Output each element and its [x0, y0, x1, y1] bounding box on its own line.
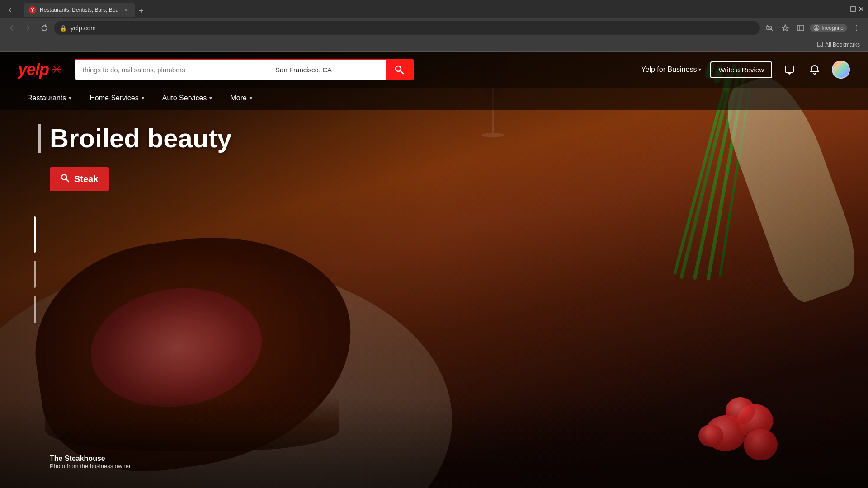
nav-item-more[interactable]: More ▾	[221, 88, 261, 110]
back-button[interactable]	[5, 22, 18, 34]
messages-icon-button[interactable]	[781, 61, 797, 78]
all-bookmarks-button[interactable]: All Bookmarks	[814, 41, 863, 49]
window-controls-right	[842, 6, 864, 12]
svg-line-14	[401, 71, 404, 74]
close-window-button[interactable]	[858, 6, 864, 12]
write-review-button[interactable]: Write a Review	[710, 61, 772, 78]
svg-rect-0	[843, 9, 847, 9]
svg-rect-6	[797, 25, 804, 31]
bookmark-star-icon[interactable]	[779, 22, 792, 34]
photo-source-label: Photo from the business owner	[50, 463, 131, 469]
notifications-icon-button[interactable]	[807, 61, 823, 78]
hero-title: Broiled beauty	[50, 124, 232, 153]
search-icon	[61, 174, 70, 185]
hero-title-wrap: Broiled beauty	[50, 124, 232, 153]
refresh-button[interactable]	[38, 22, 51, 34]
yelp-nav: Restaurants ▾ Home Services ▾ Auto Servi…	[0, 88, 868, 110]
hero-accent-bar	[38, 124, 41, 153]
window-controls: ‹	[4, 3, 16, 15]
svg-point-9	[816, 26, 817, 28]
nav-item-restaurants[interactable]: Restaurants ▾	[18, 88, 80, 110]
incognito-badge: Incognito	[810, 24, 847, 32]
search-what-input[interactable]	[75, 60, 268, 80]
scroll-dot-3	[34, 296, 36, 323]
auto-services-chevron: ▾	[209, 95, 212, 101]
bottom-fade	[0, 397, 868, 488]
photo-credit: The Steakhouse Photo from the business o…	[50, 455, 131, 469]
address-bar[interactable]: 🔒 yelp.com	[54, 21, 760, 35]
home-services-chevron: ▾	[142, 95, 144, 101]
header-actions: Yelp for Business ▾ Write a Review	[641, 61, 850, 79]
svg-rect-1	[851, 7, 855, 11]
tab-bar: Y Restaurants, Dentists, Bars, Bea × +	[22, 1, 840, 17]
user-avatar-button[interactable]	[832, 61, 850, 79]
incognito-label: Incognito	[821, 25, 844, 31]
browser-chrome: ‹ Y Restaurants, Dentists, Bars, Bea × +	[0, 0, 868, 52]
maximize-button[interactable]	[850, 6, 856, 12]
hero-cta-label: Steak	[74, 174, 98, 184]
svg-line-17	[66, 179, 69, 182]
lock-icon: 🔒	[60, 25, 67, 32]
tab-back-button[interactable]: ‹	[4, 3, 16, 15]
active-tab[interactable]: Y Restaurants, Dentists, Bars, Bea ×	[24, 3, 135, 17]
scroll-dot-1	[34, 216, 36, 253]
svg-point-12	[856, 30, 857, 31]
yelp-topbar: yelp ✳ Yelp for Business ▾ Write a Revie…	[0, 52, 868, 88]
nav-item-home-services[interactable]: Home Services ▾	[80, 88, 153, 110]
yelp-page: yelp ✳ Yelp for Business ▾ Write a Revie…	[0, 52, 868, 488]
yelp-biz-chevron: ▾	[698, 66, 701, 73]
hero-background	[0, 52, 868, 488]
address-text: yelp.com	[71, 24, 755, 32]
minimize-button[interactable]	[842, 6, 848, 12]
more-chevron: ▾	[250, 95, 252, 101]
yelp-logo-burst: ✳	[52, 62, 62, 77]
forward-button[interactable]	[22, 22, 34, 34]
tab-close-button[interactable]: ×	[122, 6, 129, 14]
search-button[interactable]	[386, 60, 413, 80]
business-name-label: The Steakhouse	[50, 455, 131, 463]
browser-titlebar: ‹ Y Restaurants, Dentists, Bars, Bea × +	[0, 0, 868, 18]
svg-rect-15	[785, 66, 793, 72]
svg-point-11	[856, 28, 857, 28]
hero-content: Broiled beauty Steak	[50, 124, 232, 191]
yelp-header: yelp ✳ Yelp for Business ▾ Write a Revie…	[0, 52, 868, 110]
scroll-indicators	[34, 216, 36, 323]
address-bar-row: 🔒 yelp.com Incognito	[0, 18, 868, 38]
nav-item-auto-services[interactable]: Auto Services ▾	[153, 88, 222, 110]
yelp-logo-text: yelp	[18, 60, 49, 79]
browser-menu-button[interactable]	[850, 22, 863, 34]
bookmarks-bar: All Bookmarks	[0, 38, 868, 52]
tab-favicon: Y	[29, 6, 36, 14]
yelp-logo[interactable]: yelp ✳	[18, 60, 62, 79]
restaurants-chevron: ▾	[69, 95, 71, 101]
tab-title: Restaurants, Dentists, Bars, Bea	[40, 7, 118, 13]
yelp-for-business-link[interactable]: Yelp for Business ▾	[641, 66, 701, 74]
svg-point-10	[856, 25, 857, 26]
search-where-input[interactable]	[268, 60, 386, 80]
address-right-actions: Incognito	[764, 22, 863, 34]
sidebar-icon[interactable]	[794, 22, 807, 34]
search-bar	[75, 59, 414, 80]
hero-cta-button[interactable]: Steak	[50, 167, 109, 191]
scroll-dot-2	[34, 261, 36, 288]
new-tab-button[interactable]: +	[135, 5, 147, 17]
camera-off-icon[interactable]	[764, 22, 776, 34]
